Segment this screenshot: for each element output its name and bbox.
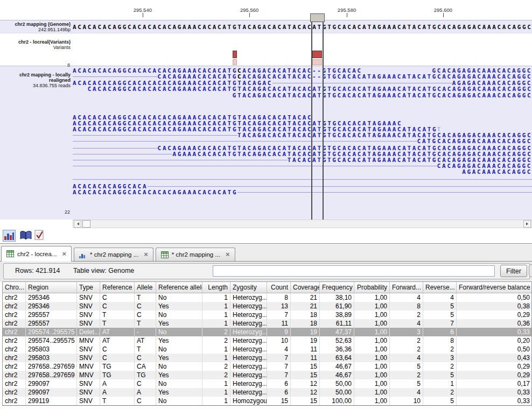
table-cell: 295346 (26, 302, 77, 311)
table-cell: chr2 (3, 319, 26, 328)
table-cell: 5 (423, 397, 457, 405)
table-cell: 299119 (26, 397, 77, 405)
table-row[interactable]: chr2295574..295575MNVATATYes2Heterozyg..… (3, 336, 531, 345)
table-header-cell[interactable]: Probability (354, 282, 390, 293)
table-header-cell[interactable]: Chro... (3, 282, 26, 293)
horizontal-scrollbar[interactable] (73, 220, 532, 228)
table-row[interactable]: chr2299097SNVAAYes1Heterozyg...61250,001… (3, 388, 531, 397)
table-row[interactable]: chr2295803SNVCTNo1Heterozyg...41136,361,… (3, 345, 531, 354)
table-cell: 0,33 (457, 328, 532, 336)
table-cell: A (100, 379, 135, 388)
table-cell: 6 (267, 379, 291, 388)
table-cell: 297658..297659 (26, 371, 77, 379)
table-row[interactable]: chr2297658..297659MNVTGTGYes2Heterozyg..… (3, 371, 531, 379)
read-sequence: CATGCACAGAGACAAACACAGGC (417, 138, 532, 144)
tab-bar: chr2 - locrea...×* chr2 mapping ...×* ch… (0, 244, 532, 262)
track-name: chr2 - locreal(Variants) (0, 39, 71, 45)
table-header-cell[interactable]: Reference allele (156, 282, 202, 293)
table-cell: 1,00 (354, 362, 390, 371)
table-row[interactable]: chr2295803SNVCCYes1Heterozyg...71163,641… (3, 354, 531, 362)
table-header-cell[interactable]: Coverage (291, 282, 320, 293)
read-track-label: chr2 mapping - locally realigned 34.836.… (0, 72, 71, 88)
table-header-cell[interactable]: Count (267, 282, 291, 293)
table-cell: 1,00 (354, 379, 390, 388)
table-cell: AT (100, 328, 135, 336)
scrollbar-thumb[interactable] (82, 220, 90, 228)
table-header-cell[interactable]: Reference (100, 282, 135, 293)
table-header-cell[interactable]: Region (26, 282, 77, 293)
table-cell: T (100, 397, 135, 405)
table-cell: C (135, 302, 156, 311)
table-header-cell[interactable]: Frequency (320, 282, 354, 293)
table-cell: 0,29 (457, 362, 532, 371)
table-cell: A (135, 388, 156, 397)
table-cell: 1 (202, 311, 230, 319)
rows-count-label: Rows: 421.914 (15, 267, 60, 274)
table-cell: 1 (202, 397, 230, 405)
filter-button[interactable]: Filter (500, 265, 527, 277)
table-row[interactable]: chr2299119SNVTCNo1Homozygous1515100,001,… (3, 397, 531, 405)
filter-input[interactable] (213, 265, 495, 277)
table-cell: chr2 (3, 371, 26, 379)
table-cell: Heterozyg... (230, 319, 267, 328)
table-cell: 4 (390, 354, 423, 362)
table-row[interactable]: chr2295346SNVCTNo1Heterozyg...82138,101,… (3, 293, 531, 302)
table-row[interactable]: chr2297658..297659MNVTGCANo2Heterozyg...… (3, 362, 531, 371)
table-cell: 1,00 (354, 293, 390, 302)
table-cell: Heterozyg... (230, 328, 267, 336)
chart-icon (79, 251, 87, 258)
table-cell: CA (135, 362, 156, 371)
table-cell: C (100, 293, 135, 302)
close-icon[interactable]: × (62, 251, 67, 257)
table-cell: 1,00 (354, 302, 390, 311)
table-cell: 0,36 (457, 319, 532, 328)
table-cell: TG (100, 371, 135, 379)
variant-mark[interactable] (233, 51, 237, 58)
table-header-cell[interactable]: Zygosity (230, 282, 267, 293)
read-sequence: GTGCACACATAGAAACATACATGCACAGAGACAAACACAG… (323, 74, 532, 80)
table-header-cell[interactable]: Forward/reverse balance (457, 282, 532, 293)
book-icon[interactable] (19, 230, 32, 242)
close-icon[interactable]: × (226, 252, 230, 257)
pair-connector-line (73, 160, 288, 160)
table-cell: chr2 (3, 354, 26, 362)
table-cell: 2 (390, 371, 423, 379)
table-row[interactable]: chr2295557SNVTTYes1Heterozyg...111861,11… (3, 319, 531, 328)
table-row[interactable]: chr2295557SNVTCNo1Heterozyg...71838,891,… (3, 311, 531, 319)
track-graph-icon[interactable] (3, 230, 16, 242)
side-panel-handle[interactable] (529, 264, 532, 277)
browser-view: chr2 mapping (Genome) 242.951.149bp chr2… (0, 0, 532, 220)
table-cell: 52,63 (320, 336, 354, 345)
selection-handle[interactable] (310, 13, 325, 22)
table-header-cell[interactable]: Type (77, 282, 100, 293)
table-cell: 297658..297659 (26, 362, 77, 371)
tab[interactable]: * chr2 mapping ...× (156, 248, 235, 261)
table-cell: C (100, 302, 135, 311)
tab[interactable]: * chr2 mapping ...× (74, 248, 153, 261)
table-cell: C (135, 379, 156, 388)
table-cell: 2 (202, 362, 230, 371)
table-cell: Delet... (77, 328, 100, 336)
scroll-left-arrow-icon[interactable] (74, 220, 81, 228)
table-row[interactable]: chr2295574..295575Delet...AT-No2Heterozy… (3, 328, 531, 336)
selection-column[interactable] (311, 22, 324, 220)
table-cell: 5 (390, 362, 423, 371)
report-check-icon[interactable] (34, 230, 45, 242)
scroll-right-arrow-icon[interactable] (523, 220, 531, 228)
table-header-cell[interactable]: Forward... (390, 282, 423, 293)
table-header-cell[interactable]: Reverse... (423, 282, 457, 293)
track-name: chr2 mapping - locally realigned (0, 72, 71, 83)
table-row[interactable]: chr2295346SNVCCYes1Heterozyg...132161,90… (3, 302, 531, 311)
table-cell: SNV (77, 302, 100, 311)
table-cell: 9 (267, 328, 291, 336)
table-cell: Heterozyg... (230, 388, 267, 397)
table-header-cell[interactable]: Length (202, 282, 230, 293)
table-row[interactable]: chr2299097SNVACNo1Heterozyg...61250,001,… (3, 379, 531, 388)
table-cell: Yes (156, 354, 202, 362)
table-cell: 1,00 (354, 336, 390, 345)
tab[interactable]: chr2 - locrea...× (1, 246, 72, 262)
close-icon[interactable]: × (144, 252, 148, 257)
table-header-cell[interactable]: Allele (135, 282, 156, 293)
table-cell: 7 (267, 354, 291, 362)
table-cell: 3 (423, 354, 457, 362)
